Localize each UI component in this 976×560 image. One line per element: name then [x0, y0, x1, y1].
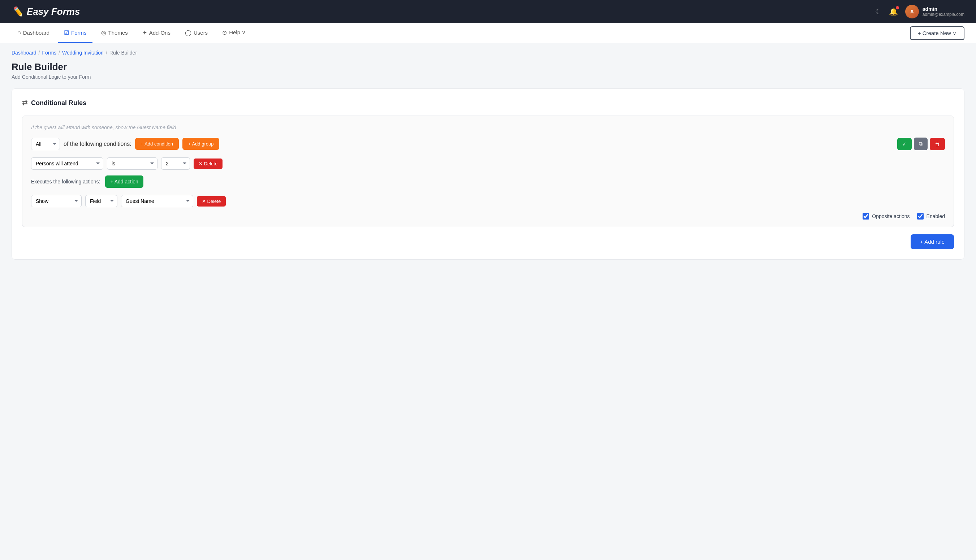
rule-actions: ✓ ⧉ 🗑: [897, 138, 945, 150]
dark-mode-icon[interactable]: ☾: [875, 7, 882, 16]
topbar-right: ☾ 🔔 A admin admin@example.com: [875, 5, 964, 18]
delete-condition-button[interactable]: ✕ Delete: [194, 158, 222, 169]
action-item: Show Hide Field Section Guest Name ✕ Del…: [31, 195, 945, 207]
opposite-actions-text: Opposite actions: [872, 213, 909, 219]
forms-icon: ☑: [64, 29, 69, 36]
addons-icon: ✦: [142, 29, 147, 36]
dashboard-icon: ⌂: [17, 29, 21, 36]
nav-label-addons: Add-Ons: [149, 30, 170, 36]
notification-dot: [896, 6, 899, 9]
add-rule-area: + Add rule: [22, 234, 954, 249]
add-group-label: + Add group: [188, 141, 214, 147]
admin-info: A admin admin@example.com: [905, 5, 964, 18]
delete-action-button[interactable]: ✕ Delete: [197, 196, 226, 207]
action-type-select[interactable]: Field Section: [85, 195, 117, 207]
rule-bottom: Opposite actions Enabled: [31, 213, 945, 220]
rules-card: ⇄ Conditional Rules If the guest will at…: [12, 88, 964, 260]
breadcrumb-sep-2: /: [58, 50, 60, 56]
nav-item-themes[interactable]: ◎ Themes: [95, 23, 133, 43]
delete-action-label: ✕ Delete: [202, 198, 221, 204]
nav-items: ⌂ Dashboard ☑ Forms ◎ Themes ✦ Add-Ons ◯…: [12, 23, 251, 43]
condition-field-select[interactable]: Persons will attend: [31, 157, 103, 170]
copy-icon: ⧉: [919, 141, 923, 147]
admin-email: admin@example.com: [923, 12, 964, 17]
breadcrumb-forms[interactable]: Forms: [42, 50, 56, 56]
add-group-button[interactable]: + Add group: [182, 138, 219, 150]
navbar: ⌂ Dashboard ☑ Forms ◎ Themes ✦ Add-Ons ◯…: [0, 23, 976, 43]
main-content: ⇄ Conditional Rules If the guest will at…: [0, 88, 976, 274]
rule-box: If the guest will attend with someone, s…: [22, 115, 954, 227]
conditional-rules-icon: ⇄: [22, 99, 27, 107]
conditions-label: of the following conditions:: [63, 141, 132, 147]
condition-operator-select[interactable]: is is not contains: [107, 157, 157, 170]
admin-text: admin admin@example.com: [923, 6, 964, 17]
add-condition-label: + Add condition: [141, 141, 173, 147]
themes-icon: ◎: [101, 29, 106, 36]
conditions-top-left: All Any of the following conditions: + A…: [31, 138, 219, 150]
enabled-text: Enabled: [926, 213, 945, 219]
condition-item: Persons will attend is is not contains 2…: [31, 157, 945, 170]
action-target-select[interactable]: Guest Name: [121, 195, 193, 207]
avatar: A: [905, 5, 919, 18]
nav-item-forms[interactable]: ☑ Forms: [58, 23, 92, 43]
users-icon: ◯: [185, 29, 192, 36]
enabled-label[interactable]: Enabled: [917, 213, 945, 220]
nav-item-addons[interactable]: ✦ Add-Ons: [137, 23, 176, 43]
nav-label-themes: Themes: [108, 30, 128, 36]
rules-section-header: ⇄ Conditional Rules: [22, 99, 954, 107]
create-new-button[interactable]: + Create New ∨: [910, 27, 964, 40]
add-rule-label: + Add rule: [920, 239, 944, 245]
add-rule-button[interactable]: + Add rule: [911, 234, 954, 249]
actions-section: Executes the following actions: + Add ac…: [31, 175, 945, 188]
trash-icon: 🗑: [935, 141, 940, 147]
notifications-icon[interactable]: 🔔: [889, 7, 898, 16]
page-title: Rule Builder: [12, 62, 964, 73]
add-action-button[interactable]: + Add action: [105, 175, 143, 188]
nav-item-dashboard[interactable]: ⌂ Dashboard: [12, 23, 55, 43]
page-subtitle: Add Conditional Logic to your Form: [12, 74, 964, 80]
breadcrumb-current: Rule Builder: [109, 50, 137, 56]
nav-label-dashboard: Dashboard: [23, 30, 50, 36]
add-action-label: + Add action: [110, 179, 138, 185]
app-logo: ✏️ Easy Forms: [12, 6, 80, 17]
enabled-checkbox[interactable]: [917, 213, 924, 220]
opposite-actions-label[interactable]: Opposite actions: [863, 213, 909, 220]
delete-rule-button[interactable]: 🗑: [930, 138, 945, 150]
check-icon: ✓: [902, 141, 907, 147]
admin-name: admin: [923, 6, 964, 12]
topbar: ✏️ Easy Forms ☾ 🔔 A admin admin@example.…: [0, 0, 976, 23]
breadcrumb-sep-1: /: [38, 50, 40, 56]
breadcrumb-wedding-invitation[interactable]: Wedding Invitation: [62, 50, 103, 56]
all-select[interactable]: All Any: [31, 138, 60, 150]
conditional-rules-title: Conditional Rules: [31, 99, 86, 107]
breadcrumb: Dashboard / Forms / Wedding Invitation /…: [0, 43, 976, 58]
nav-label-help: Help ∨: [229, 29, 245, 36]
confirm-rule-button[interactable]: ✓: [897, 138, 912, 150]
rule-description: If the guest will attend with someone, s…: [31, 125, 945, 130]
executes-label: Executes the following actions:: [31, 179, 100, 185]
logo-icon: ✏️: [12, 6, 23, 17]
breadcrumb-sep-3: /: [106, 50, 107, 56]
page-header: Rule Builder Add Conditional Logic to yo…: [0, 58, 976, 88]
add-condition-button[interactable]: + Add condition: [135, 138, 179, 150]
opposite-actions-checkbox[interactable]: [863, 213, 869, 220]
copy-rule-button[interactable]: ⧉: [914, 138, 928, 150]
action-show-select[interactable]: Show Hide: [31, 195, 82, 207]
condition-value-select[interactable]: 2 1 3: [161, 157, 190, 170]
help-icon: ⊙: [222, 29, 227, 36]
nav-item-users[interactable]: ◯ Users: [179, 23, 214, 43]
delete-condition-label: ✕ Delete: [199, 161, 217, 167]
logo-text: Easy Forms: [27, 6, 80, 17]
conditions-top-row: All Any of the following conditions: + A…: [31, 138, 945, 150]
create-new-label: + Create New ∨: [918, 30, 956, 37]
nav-label-forms: Forms: [71, 30, 87, 36]
nav-label-users: Users: [194, 30, 208, 36]
breadcrumb-dashboard[interactable]: Dashboard: [12, 50, 37, 56]
nav-item-help[interactable]: ⊙ Help ∨: [216, 23, 251, 43]
